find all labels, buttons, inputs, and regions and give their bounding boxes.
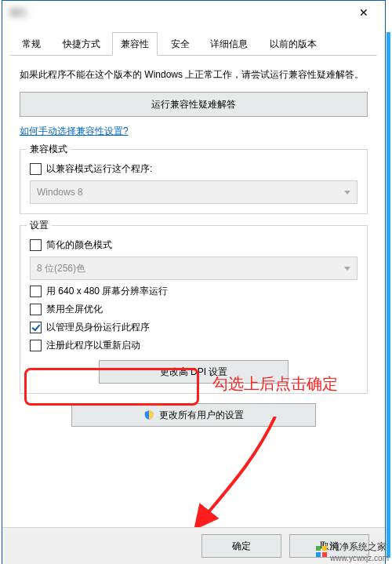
- annotation-text: 勾选上后点击确定: [212, 373, 377, 395]
- chevron-down-icon: [344, 191, 350, 195]
- checkbox-reduced-color[interactable]: 简化的颜色模式: [30, 238, 358, 252]
- checkbox-label: 以管理员身份运行此程序: [46, 321, 150, 334]
- watermark-name: 纯净系统之家: [330, 540, 389, 554]
- checkbox-run-as-admin[interactable]: 以管理员身份运行此程序: [30, 321, 358, 334]
- checkbox-box: [30, 286, 42, 297]
- watermark-url: www.ycwxjz.com: [330, 554, 389, 562]
- tab-shortcut[interactable]: 快捷方式: [54, 32, 109, 56]
- checkbox-box: [30, 304, 42, 315]
- properties-dialog: 属性 ✕ 常规 快捷方式 兼容性 安全 详细信息 以前的版本 如果此程序不能在这…: [2, 0, 386, 564]
- checkbox-box-checked: [30, 322, 42, 333]
- checkbox-label: 简化的颜色模式: [46, 238, 112, 252]
- group-compat-mode: 兼容模式 以兼容模式运行这个程序: Windows 8: [20, 149, 368, 214]
- group-settings: 设置 简化的颜色模式 8 位(256)色 用 640 x 480 屏幕分辨率运行…: [20, 225, 368, 394]
- select-value: Windows 8: [37, 187, 83, 198]
- decor-edge: [387, 32, 390, 558]
- change-all-users-button[interactable]: 更改所有用户的设置: [71, 403, 316, 427]
- checkbox-disable-fullscreen-opt[interactable]: 禁用全屏优化: [30, 303, 358, 316]
- window-title: 属性: [9, 6, 27, 20]
- checkbox-label: 注册此程序以重新启动: [46, 339, 140, 352]
- checkbox-label: 以兼容模式运行这个程序:: [46, 162, 152, 176]
- ok-button[interactable]: 确定: [201, 534, 281, 558]
- annotation-arrow: [183, 417, 285, 534]
- group-compat-legend: 兼容模式: [27, 143, 71, 156]
- tab-previous[interactable]: 以前的版本: [261, 32, 325, 56]
- compat-os-select: Windows 8: [30, 180, 358, 204]
- color-depth-select: 8 位(256)色: [30, 257, 358, 280]
- close-button[interactable]: ✕: [349, 3, 379, 22]
- tab-panel-compatibility: 如果此程序不能在这个版本的 Windows 上正常工作，请尝试运行兼容性疑难解答…: [2, 56, 385, 427]
- intro-text: 如果此程序不能在这个版本的 Windows 上正常工作，请尝试运行兼容性疑难解答…: [20, 67, 368, 82]
- shield-icon: [143, 409, 154, 420]
- watermark: 纯净系统之家 www.ycwxjz.com: [316, 540, 389, 562]
- watermark-logo-icon: [316, 546, 327, 557]
- checkbox-label: 禁用全屏优化: [46, 303, 103, 316]
- title-bar: 属性 ✕: [2, 1, 385, 24]
- checkbox-box: [30, 163, 42, 175]
- checkbox-box: [30, 340, 42, 351]
- tab-general[interactable]: 常规: [13, 32, 49, 56]
- tab-strip: 常规 快捷方式 兼容性 安全 详细信息 以前的版本: [10, 29, 377, 56]
- tab-compatibility[interactable]: 兼容性: [112, 32, 158, 56]
- close-icon: ✕: [359, 6, 368, 19]
- group-settings-legend: 设置: [27, 219, 52, 232]
- checkbox-box: [30, 239, 42, 251]
- select-value: 8 位(256)色: [37, 262, 85, 275]
- tab-details[interactable]: 详细信息: [201, 32, 256, 56]
- checkbox-register-restart[interactable]: 注册此程序以重新启动: [30, 339, 358, 352]
- chevron-down-icon: [344, 267, 350, 271]
- checkbox-640x480[interactable]: 用 640 x 480 屏幕分辨率运行: [30, 285, 358, 298]
- checkbox-compat-mode[interactable]: 以兼容模式运行这个程序:: [30, 162, 358, 176]
- checkbox-label: 用 640 x 480 屏幕分辨率运行: [46, 285, 168, 298]
- manual-settings-link[interactable]: 如何手动选择兼容性设置?: [20, 125, 129, 138]
- tab-security[interactable]: 安全: [162, 32, 198, 56]
- run-troubleshooter-button[interactable]: 运行兼容性疑难解答: [20, 92, 368, 117]
